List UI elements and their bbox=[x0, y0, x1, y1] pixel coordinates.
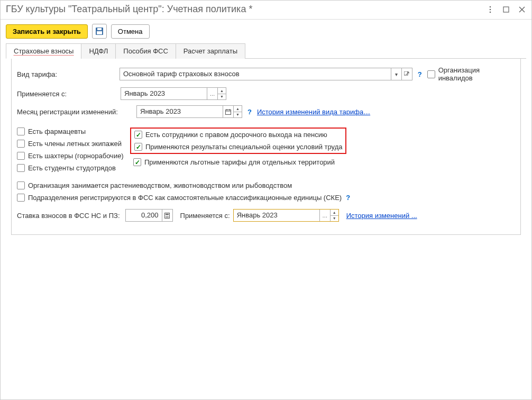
spinner-down-icon[interactable]: ▼ bbox=[331, 216, 338, 222]
checkbox-icon bbox=[17, 194, 25, 202]
fss-rate-value: 0,200 bbox=[126, 210, 162, 221]
tab-salary[interactable]: Расчет зарплаты bbox=[176, 43, 245, 59]
svg-rect-12 bbox=[166, 214, 169, 215]
applies-from-label: Применяется с: bbox=[17, 90, 117, 98]
chk-students[interactable]: Есть студенты студотрядов bbox=[17, 164, 128, 172]
close-icon[interactable] bbox=[518, 5, 526, 14]
svg-rect-3 bbox=[503, 7, 509, 12]
save-button[interactable] bbox=[92, 24, 107, 39]
spinner-down-icon[interactable]: ▼ bbox=[234, 112, 242, 118]
applies2-value: Январь 2023 bbox=[234, 210, 319, 221]
checkbox-checked-icon bbox=[134, 143, 142, 151]
checkbox-icon bbox=[17, 128, 25, 135]
check-col-left: Есть фармацевты Есть члены летных экипаж… bbox=[17, 128, 128, 172]
cancel-button[interactable]: Отмена bbox=[111, 24, 150, 39]
ellipsis-icon[interactable]: … bbox=[207, 88, 217, 99]
svg-point-16 bbox=[166, 217, 167, 218]
chk-sout[interactable]: Применяются результаты специальной оценк… bbox=[134, 143, 342, 151]
calculator-icon[interactable] bbox=[162, 210, 172, 221]
tab-fss[interactable]: Пособия ФСС bbox=[115, 43, 176, 59]
history-tariff-link[interactable]: История изменений вида тарифа… bbox=[257, 108, 370, 116]
maximize-icon[interactable] bbox=[502, 5, 510, 14]
month-reg-input[interactable]: Январь 2023 ▲▼ bbox=[136, 105, 242, 118]
window-controls bbox=[486, 5, 526, 14]
help-icon[interactable]: ? bbox=[245, 108, 254, 116]
spinner[interactable]: ▲▼ bbox=[217, 88, 226, 99]
tariff-select[interactable]: Основной тариф страховых взносов ▾ bbox=[120, 68, 412, 80]
tab-insurance[interactable]: Страховые взносы bbox=[6, 43, 81, 59]
spinner[interactable]: ▲▼ bbox=[330, 210, 338, 221]
kebab-icon[interactable] bbox=[486, 5, 494, 14]
row-tariff: Вид тарифа: Основной тариф страховых взн… bbox=[17, 66, 515, 82]
checkbox-icon bbox=[427, 70, 435, 78]
ellipsis-icon[interactable]: … bbox=[319, 210, 330, 221]
tabs-container: Страховые взносы НДФЛ Пособия ФСС Расчет… bbox=[1, 43, 531, 240]
check-col-bottom: Организация занимается растениеводством,… bbox=[17, 181, 515, 202]
applies2-label: Применяется с: bbox=[180, 212, 230, 220]
check-col-right: Есть сотрудники с правом досрочного выхо… bbox=[133, 128, 346, 166]
window-root: ГБУ культуры "Театральный центр": Учетна… bbox=[0, 0, 532, 400]
help-icon[interactable]: ? bbox=[344, 194, 352, 202]
row-month-reg: Месяц регистрации изменений: Январь 2023… bbox=[17, 105, 515, 118]
chk-pension[interactable]: Есть сотрудники с правом досрочного выхо… bbox=[134, 131, 342, 139]
spinner-up-icon[interactable]: ▲ bbox=[234, 106, 242, 112]
row-applies-from: Применяется с: Январь 2023 … ▲▼ bbox=[17, 87, 515, 100]
row-fss-rate: Ставка взносов в ФСС НС и ПЗ: 0,200 Прим… bbox=[17, 209, 515, 222]
tariff-label: Вид тарифа: bbox=[17, 70, 116, 78]
svg-point-13 bbox=[166, 215, 167, 216]
open-icon[interactable] bbox=[401, 68, 412, 80]
chk-miners[interactable]: Есть шахтеры (горнорабочие) bbox=[17, 152, 128, 160]
chk-pharma[interactable]: Есть фармацевты bbox=[17, 128, 128, 135]
svg-point-1 bbox=[490, 8, 491, 10]
checkbox-icon bbox=[17, 140, 25, 148]
fss-rate-label: Ставка взносов в ФСС НС и ПЗ: bbox=[17, 212, 120, 220]
chk-flight[interactable]: Есть члены летных экипажей bbox=[17, 140, 128, 148]
applies-from-value: Январь 2023 bbox=[121, 88, 207, 99]
fss-rate-input[interactable]: 0,200 bbox=[125, 209, 173, 222]
toolbar: Записать и закрыть Отмена bbox=[1, 20, 531, 43]
tab-ndfl[interactable]: НДФЛ bbox=[81, 43, 116, 59]
month-reg-label: Месяц регистрации изменений: bbox=[17, 108, 133, 116]
spinner-up-icon[interactable]: ▲ bbox=[331, 210, 338, 216]
svg-rect-7 bbox=[226, 110, 231, 114]
applies-from-input[interactable]: Январь 2023 … ▲▼ bbox=[121, 87, 226, 100]
help-icon[interactable]: ? bbox=[416, 70, 424, 78]
chk-fss-units[interactable]: Подразделения регистрируются в ФСС как с… bbox=[17, 194, 342, 202]
applies2-input[interactable]: Январь 2023 … ▲▼ bbox=[233, 209, 339, 222]
svg-point-14 bbox=[167, 215, 168, 216]
checkbox-icon bbox=[17, 152, 25, 160]
svg-point-0 bbox=[490, 6, 491, 7]
svg-point-18 bbox=[168, 217, 169, 218]
checkbox-icon bbox=[17, 164, 25, 172]
tariff-value: Основной тариф страховых взносов bbox=[120, 68, 391, 80]
titlebar: ГБУ культуры "Театральный центр": Учетна… bbox=[1, 1, 531, 20]
svg-point-15 bbox=[168, 215, 169, 216]
history2-link[interactable]: История изменений ... bbox=[346, 212, 417, 220]
tab-content: Вид тарифа: Основной тариф страховых взн… bbox=[11, 59, 521, 235]
highlighted-checks: Есть сотрудники с правом досрочного выхо… bbox=[130, 128, 346, 154]
spinner-down-icon[interactable]: ▼ bbox=[218, 94, 226, 100]
checkbox-icon bbox=[17, 181, 25, 189]
window-title: ГБУ культуры "Театральный центр": Учетна… bbox=[6, 4, 486, 15]
calendar-icon[interactable] bbox=[223, 106, 233, 117]
spinner-up-icon[interactable]: ▲ bbox=[218, 88, 226, 94]
checkbox-grid: Есть фармацевты Есть члены летных экипаж… bbox=[17, 128, 515, 172]
chk-territories[interactable]: Применяются льготные тарифы для отдельны… bbox=[133, 158, 346, 166]
spinner[interactable]: ▲▼ bbox=[233, 106, 242, 117]
org-disabled-checkbox[interactable]: Организация инвалидов bbox=[427, 66, 515, 82]
svg-point-17 bbox=[167, 217, 168, 218]
dropdown-icon[interactable]: ▾ bbox=[391, 68, 401, 80]
tabs: Страховые взносы НДФЛ Пособия ФСС Расчет… bbox=[6, 43, 526, 59]
checkbox-checked-icon bbox=[133, 158, 141, 166]
chk-agro[interactable]: Организация занимается растениеводством,… bbox=[17, 181, 515, 189]
month-reg-value: Январь 2023 bbox=[137, 106, 223, 117]
svg-point-2 bbox=[490, 11, 491, 13]
org-disabled-label: Организация инвалидов bbox=[438, 66, 515, 82]
floppy-icon bbox=[96, 28, 103, 35]
save-close-button[interactable]: Записать и закрыть bbox=[6, 24, 88, 39]
checkbox-checked-icon bbox=[134, 131, 142, 139]
